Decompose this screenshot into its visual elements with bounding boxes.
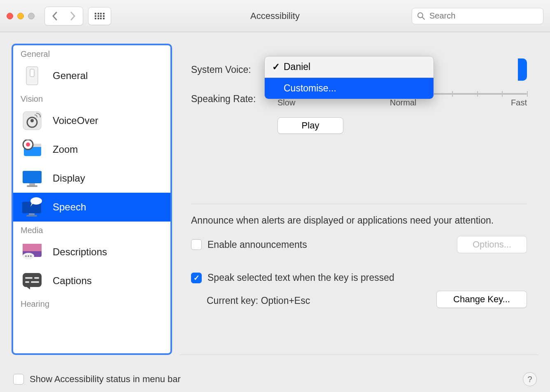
zoom-icon — [21, 140, 44, 159]
descriptions-icon — [21, 242, 44, 262]
svg-point-22 — [28, 255, 29, 257]
options-button: Options... — [457, 236, 527, 253]
window-controls — [7, 13, 35, 19]
svg-rect-25 — [25, 277, 33, 279]
show-status-checkbox[interactable] — [13, 374, 24, 385]
help-button[interactable]: ? — [523, 372, 537, 386]
footer: Show Accessibility status in menu bar ? — [0, 366, 550, 392]
dropdown-arrows-icon — [518, 58, 527, 81]
speaking-rate-label: Speaking Rate: — [191, 93, 268, 105]
main-panel: System Voice: ✓ Daniel Customise... — [179, 44, 538, 355]
sidebar-item-label: Display — [53, 173, 85, 184]
voiceover-icon — [21, 111, 44, 131]
forward-button[interactable] — [65, 9, 81, 23]
section-general: General — [13, 45, 170, 61]
sidebar-item-descriptions[interactable]: Descriptions — [13, 238, 170, 266]
speak-selected-checkbox[interactable] — [191, 273, 202, 283]
sidebar-item-captions[interactable]: Captions — [13, 266, 170, 295]
captions-icon — [21, 271, 44, 291]
sidebar-item-label: General — [53, 70, 88, 82]
svg-rect-3 — [30, 69, 34, 77]
voice-option-daniel[interactable]: ✓ Daniel — [265, 56, 433, 77]
options-button-label: Options... — [473, 239, 511, 250]
search-icon — [417, 12, 425, 20]
minimize-icon[interactable] — [17, 13, 24, 19]
voice-option-customise[interactable]: Customise... — [265, 77, 433, 99]
sidebar-item-label: Speech — [53, 201, 86, 213]
sidebar: General General Vision VoiceOver Zoom — [12, 44, 172, 355]
enable-announcements-checkbox[interactable] — [191, 239, 202, 250]
general-icon — [21, 66, 44, 86]
chevron-right-icon — [70, 12, 76, 21]
toolbar: Accessibility — [0, 0, 550, 32]
change-key-button[interactable]: Change Key... — [436, 291, 527, 308]
svg-rect-12 — [29, 183, 35, 185]
svg-point-23 — [30, 255, 32, 257]
svg-point-0 — [418, 13, 423, 18]
checkmark-icon: ✓ — [272, 61, 280, 72]
section-hearing: Hearing — [13, 295, 170, 311]
svg-rect-13 — [27, 185, 37, 187]
svg-point-6 — [30, 119, 34, 122]
svg-rect-27 — [25, 281, 29, 283]
svg-rect-19 — [23, 244, 42, 251]
svg-rect-24 — [23, 273, 42, 287]
back-button[interactable] — [47, 9, 63, 23]
rate-tick-slow: Slow — [277, 98, 295, 107]
rate-tick-fast: Fast — [511, 98, 527, 107]
system-voice-dropdown[interactable]: ✓ Daniel Customise... — [264, 56, 434, 99]
sidebar-item-label: Captions — [53, 275, 92, 287]
window-title: Accessibility — [250, 11, 300, 21]
enable-announcements-label: Enable announcements — [207, 239, 307, 250]
rate-tick-normal: Normal — [390, 98, 416, 107]
sidebar-item-voiceover[interactable]: VoiceOver — [13, 106, 170, 135]
svg-rect-28 — [31, 281, 39, 283]
sidebar-item-label: Zoom — [53, 144, 78, 155]
svg-line-1 — [422, 17, 424, 19]
section-media: Media — [13, 222, 170, 238]
svg-point-10 — [26, 142, 30, 147]
sidebar-item-label: Descriptions — [53, 246, 107, 258]
svg-rect-15 — [29, 213, 35, 215]
show-status-label: Show Accessibility status in menu bar — [30, 374, 181, 385]
sidebar-item-general[interactable]: General — [13, 61, 170, 90]
play-button-label: Play — [302, 120, 319, 131]
sidebar-item-speech[interactable]: Speech — [13, 193, 170, 222]
sidebar-item-display[interactable]: Display — [13, 164, 170, 193]
sidebar-item-zoom[interactable]: Zoom — [13, 135, 170, 164]
zoom-icon[interactable] — [28, 13, 35, 19]
voice-option-label: Customise... — [284, 83, 336, 94]
current-key-label: Current key: Option+Esc — [207, 295, 310, 306]
change-key-label: Change Key... — [453, 294, 510, 305]
speak-selected-label: Speak selected text when the key is pres… — [207, 272, 394, 283]
search-field[interactable] — [412, 8, 543, 24]
svg-rect-11 — [23, 171, 42, 183]
help-icon: ? — [527, 375, 532, 384]
svg-rect-16 — [26, 215, 37, 217]
play-button[interactable]: Play — [277, 117, 343, 134]
display-icon — [21, 168, 44, 188]
section-vision: Vision — [13, 90, 170, 106]
close-icon[interactable] — [7, 13, 13, 19]
search-input[interactable] — [429, 11, 538, 21]
chevron-left-icon — [51, 12, 58, 21]
speech-icon — [21, 197, 44, 217]
sidebar-item-label: VoiceOver — [53, 115, 98, 126]
svg-point-21 — [25, 255, 27, 257]
voice-option-label: Daniel — [284, 61, 310, 72]
body: General General Vision VoiceOver Zoom — [0, 32, 550, 366]
system-voice-label: System Voice: — [191, 64, 268, 75]
announce-description: Announce when alerts are displayed or ap… — [191, 214, 527, 227]
svg-rect-26 — [34, 277, 39, 279]
show-all-button[interactable] — [88, 7, 111, 25]
nav-buttons — [44, 7, 83, 26]
grid-icon — [95, 13, 105, 19]
accessibility-prefs-window: Accessibility General General Vision Voi… — [0, 0, 550, 392]
